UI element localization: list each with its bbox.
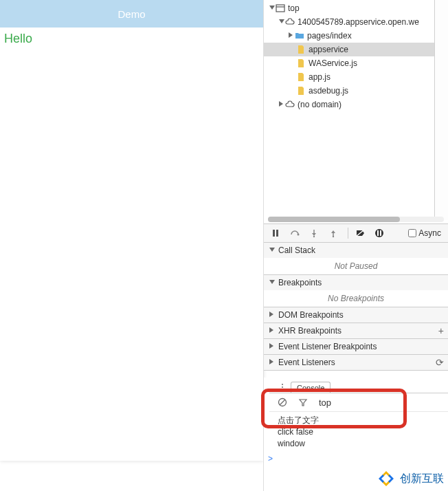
panel-header[interactable]: Call Stack — [264, 243, 448, 258]
console-toolbar: top — [269, 393, 448, 412]
add-icon[interactable]: + — [438, 325, 444, 336]
svg-rect-14 — [377, 230, 379, 236]
event-breakpoints-panel: Event Listener Breakpoints — [264, 339, 448, 355]
async-checkbox[interactable]: Async — [408, 228, 441, 238]
tree-label: WAService.js — [309, 58, 357, 68]
tree-top[interactable]: top — [264, 1, 448, 15]
watermark: 创新互联 — [372, 466, 448, 491]
panel-title: XHR Breakpoints — [278, 326, 341, 336]
scrollbar-thumb[interactable] — [268, 217, 400, 222]
async-checkbox-input[interactable] — [408, 229, 416, 237]
chevron-right-icon[interactable] — [287, 32, 294, 39]
panel-body: Not Paused — [264, 258, 448, 274]
xhr-breakpoints-panel: XHR Breakpoints + — [264, 323, 448, 339]
panel-header[interactable]: Breakpoints — [264, 275, 448, 290]
svg-point-7 — [313, 236, 315, 237]
svg-marker-9 — [331, 230, 335, 233]
async-label: Async — [418, 228, 441, 238]
panel-header[interactable]: XHR Breakpoints + — [264, 323, 448, 338]
chevron-right-icon[interactable] — [268, 343, 275, 350]
cloud-icon — [285, 100, 295, 109]
tree-label: 1400545789.appservice.open.we — [298, 17, 419, 27]
callstack-panel: Call Stack Not Paused — [264, 243, 448, 275]
panel-title: Event Listener Breakpoints — [278, 342, 377, 351]
tree-file[interactable]: app.js — [264, 70, 448, 84]
tab-label: Console — [297, 384, 324, 392]
chevron-down-icon[interactable] — [278, 19, 284, 25]
pause-on-exceptions-icon[interactable] — [374, 228, 384, 238]
console-output: 点击了文字 click false window — [264, 412, 448, 452]
svg-point-4 — [298, 234, 300, 236]
horizontal-scrollbar[interactable] — [268, 217, 444, 222]
prompt-caret: > — [268, 454, 273, 463]
tree-file[interactable]: WAService.js — [264, 56, 448, 70]
tree-label: (no domain) — [298, 100, 341, 109]
tree-label: pages/index — [307, 31, 352, 41]
tree-domain[interactable]: 1400545789.appservice.open.we — [264, 15, 448, 29]
console-tabbar: ⋮ Console — [264, 378, 448, 393]
chevron-down-icon[interactable] — [268, 279, 275, 286]
file-icon — [296, 86, 306, 96]
tree-folder[interactable]: pages/index — [264, 29, 448, 43]
watermark-text: 创新互联 — [400, 472, 444, 486]
cloud-icon — [285, 17, 295, 27]
vertical-bar — [434, 0, 448, 220]
chevron-right-icon[interactable] — [268, 327, 275, 334]
tree-label: appservice — [309, 45, 348, 54]
debugger-toolbar: Async — [264, 223, 448, 243]
chevron-down-icon[interactable] — [268, 247, 275, 254]
devtools-pane: top 1400545789.appservice.open.we pages/… — [263, 0, 448, 491]
console-prompt[interactable]: > — [264, 452, 448, 465]
chevron-right-icon[interactable] — [278, 101, 284, 108]
tree-label: app.js — [309, 72, 331, 82]
panel-header[interactable]: Event Listeners ⟳ — [264, 355, 448, 370]
console-tab[interactable]: Console — [291, 382, 331, 393]
breakpoints-panel: Breakpoints No Breakpoints — [264, 275, 448, 307]
console-context[interactable]: top — [319, 397, 331, 408]
panel-title: DOM Breakpoints — [278, 310, 344, 320]
preview-body[interactable]: Hello — [0, 28, 263, 461]
svg-rect-15 — [380, 230, 381, 236]
svg-rect-2 — [273, 230, 275, 237]
svg-marker-6 — [312, 233, 316, 236]
panel-header[interactable]: DOM Breakpoints — [264, 307, 448, 323]
panel-title: Call Stack — [278, 246, 315, 255]
clear-console-icon[interactable] — [278, 397, 287, 407]
chevron-down-icon[interactable] — [268, 5, 275, 12]
console-line: click false — [278, 426, 434, 438]
svg-point-10 — [333, 236, 334, 237]
step-into-icon[interactable] — [309, 228, 319, 238]
preview-title: Demo — [117, 8, 145, 20]
tree-file[interactable]: asdebug.js — [264, 84, 448, 98]
sources-tree: top 1400545789.appservice.open.we pages/… — [264, 0, 448, 223]
panel-header[interactable]: Event Listener Breakpoints — [264, 339, 448, 354]
svg-rect-3 — [276, 230, 278, 237]
preview-title-bar: Demo — [0, 0, 263, 28]
folder-icon — [295, 31, 304, 41]
deactivate-breakpoints-icon[interactable] — [355, 228, 365, 238]
app-preview-pane: Demo Hello — [0, 0, 263, 461]
svg-line-17 — [280, 400, 285, 405]
panel-title: Event Listeners — [278, 358, 335, 367]
file-icon — [296, 45, 306, 54]
pause-icon[interactable] — [271, 228, 280, 238]
refresh-icon[interactable]: ⟳ — [436, 357, 444, 368]
window-icon — [276, 3, 285, 13]
tree-label: asdebug.js — [309, 86, 348, 96]
file-icon — [296, 72, 306, 82]
console-line: window — [278, 438, 434, 450]
file-icon — [296, 58, 306, 68]
dom-breakpoints-panel: DOM Breakpoints — [264, 307, 448, 323]
svg-marker-18 — [300, 400, 306, 406]
filter-icon[interactable] — [298, 397, 308, 407]
tree-nodomain[interactable]: (no domain) — [264, 98, 448, 111]
chevron-right-icon[interactable] — [268, 312, 275, 318]
kebab-icon[interactable]: ⋮ — [278, 382, 287, 393]
chevron-right-icon[interactable] — [268, 359, 275, 366]
hello-text[interactable]: Hello — [4, 32, 32, 45]
step-out-icon[interactable] — [328, 228, 338, 238]
svg-point-13 — [375, 229, 383, 237]
step-over-icon[interactable] — [290, 228, 300, 238]
panel-title: Breakpoints — [278, 278, 322, 287]
tree-file[interactable]: appservice — [264, 43, 448, 56]
